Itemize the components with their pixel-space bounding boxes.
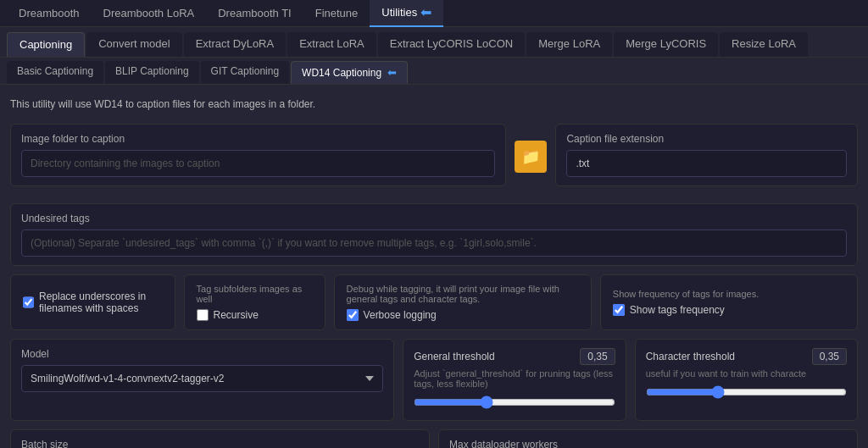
general-threshold-title: General threshold xyxy=(414,351,494,362)
nav-item-utilities[interactable]: Utilities ⬅ xyxy=(370,0,443,27)
tab-resize-lora[interactable]: Resize LoRA xyxy=(720,32,808,57)
tab-git-captioning[interactable]: GIT Captioning xyxy=(201,61,290,84)
character-threshold-desc: useful if you want to train with charact… xyxy=(646,368,847,379)
image-folder-label: Image folder to caption xyxy=(21,133,495,145)
general-threshold-desc: Adjust `general_threshold` for pruning t… xyxy=(414,368,615,389)
recursive-box: Tag subfolders images as well Recursive xyxy=(184,274,326,330)
caption-ext-label: Caption file extension xyxy=(566,133,847,145)
batch-size-section: Batch size xyxy=(10,429,430,448)
tab-blip-captioning[interactable]: BLIP Captioning xyxy=(105,61,199,84)
model-thresholds-row: Model SmilingWolf/wd-v1-4-convnextv2-tag… xyxy=(10,339,858,421)
show-tags-frequency-checkbox-label[interactable]: Show tags frequency xyxy=(630,304,725,316)
tab-merge-lycoris[interactable]: Merge LyCORIS xyxy=(614,32,718,57)
show-tags-section-label: Show frequency of tags for images. xyxy=(613,289,845,299)
main-content: Captioning Convert model Extract DyLoRA … xyxy=(0,27,868,448)
tab-convert-model[interactable]: Convert model xyxy=(86,32,182,57)
show-tags-frequency-row: Show tags frequency xyxy=(613,304,845,316)
tab-wd14-captioning[interactable]: WD14 Captioning ⬅ xyxy=(291,61,408,84)
replace-underscores-box: Replace underscores in filenames with sp… xyxy=(10,274,175,330)
verbose-logging-checkbox-label[interactable]: Verbose logging xyxy=(364,309,437,321)
tab-captioning[interactable]: Captioning xyxy=(7,32,85,57)
nav-item-dreambooth-ti[interactable]: Dreambooth TI xyxy=(206,0,303,27)
general-threshold-header: General threshold 0,35 xyxy=(414,348,615,365)
max-dataloader-label: Max dataloader workers xyxy=(449,439,847,448)
recursive-row: Recursive xyxy=(197,309,313,321)
verbose-section-label: Debug while tagging, it will print your … xyxy=(347,284,579,304)
tab-extract-dylora[interactable]: Extract DyLoRA xyxy=(184,32,286,57)
character-threshold-header: Character threshold 0,35 xyxy=(646,348,847,365)
wd14-arrow-indicator: ⬅ xyxy=(387,66,397,79)
utilities-arrow-indicator: ⬅ xyxy=(420,4,431,20)
model-box: Model SmilingWolf/wd-v1-4-convnextv2-tag… xyxy=(10,339,394,421)
tab-merge-lora[interactable]: Merge LoRA xyxy=(526,32,612,57)
verbose-logging-row: Verbose logging xyxy=(347,309,579,321)
replace-underscores-checkbox[interactable] xyxy=(23,296,34,308)
model-select[interactable]: SmilingWolf/wd-v1-4-convnextv2-tagger-v2… xyxy=(21,365,383,392)
verbose-logging-checkbox[interactable] xyxy=(347,309,359,321)
content-panel: This utility will use WD14 to caption fi… xyxy=(0,85,868,448)
verbose-logging-box: Debug while tagging, it will print your … xyxy=(334,274,592,330)
folder-browse-button[interactable]: 📁 xyxy=(515,141,547,173)
model-label: Model xyxy=(21,348,383,360)
tab-extract-lora[interactable]: Extract LoRA xyxy=(287,32,376,57)
character-threshold-box: Character threshold 0,35 useful if you w… xyxy=(635,339,858,421)
character-threshold-title: Character threshold xyxy=(646,351,735,362)
character-threshold-value: 0,35 xyxy=(812,348,847,365)
replace-underscores-checkbox-label[interactable]: Replace underscores in filenames with sp… xyxy=(39,290,163,314)
general-threshold-slider[interactable] xyxy=(414,395,615,409)
recursive-checkbox[interactable] xyxy=(197,309,209,321)
top-navigation: Dreambooth Dreambooth LoRA Dreambooth TI… xyxy=(0,0,868,27)
recursive-checkbox-label[interactable]: Recursive xyxy=(214,309,259,321)
general-threshold-value: 0,35 xyxy=(580,348,615,365)
nav-item-dreambooth[interactable]: Dreambooth xyxy=(7,0,92,27)
general-threshold-box: General threshold 0,35 Adjust `general_t… xyxy=(403,339,626,421)
tab-bar-level2: Basic Captioning BLIP Captioning GIT Cap… xyxy=(0,58,868,85)
undesired-tags-label: Undesired tags xyxy=(21,213,847,224)
batch-workers-row: Batch size Max dataloader workers xyxy=(10,429,858,448)
max-dataloader-section: Max dataloader workers xyxy=(438,429,858,448)
info-text: This utility will use WD14 to caption fi… xyxy=(10,95,858,113)
nav-item-finetune[interactable]: Finetune xyxy=(303,0,370,27)
caption-ext-section: Caption file extension xyxy=(555,124,858,186)
recursive-section-label: Tag subfolders images as well xyxy=(197,284,313,304)
checkbox-options-row: Replace underscores in filenames with sp… xyxy=(10,274,858,330)
character-threshold-slider[interactable] xyxy=(646,385,847,399)
image-folder-input[interactable] xyxy=(21,150,495,177)
tab-bar-level1: Captioning Convert model Extract DyLoRA … xyxy=(0,27,868,58)
replace-underscores-row: Replace underscores in filenames with sp… xyxy=(23,290,163,314)
caption-ext-input[interactable] xyxy=(566,150,847,177)
undesired-tags-input[interactable] xyxy=(21,230,847,257)
undesired-tags-section: Undesired tags xyxy=(10,203,858,266)
folder-row: Image folder to caption 📁 Caption file e… xyxy=(10,124,858,195)
tab-extract-lycoris-locon[interactable]: Extract LyCORIS LoCON xyxy=(378,32,525,57)
tab-basic-captioning[interactable]: Basic Captioning xyxy=(7,61,103,84)
nav-item-dreambooth-lora[interactable]: Dreambooth LoRA xyxy=(92,0,207,27)
image-folder-section: Image folder to caption xyxy=(10,124,506,186)
show-tags-frequency-checkbox[interactable] xyxy=(613,304,625,316)
batch-size-label: Batch size xyxy=(21,439,419,448)
show-tags-frequency-box: Show frequency of tags for images. Show … xyxy=(600,274,858,330)
